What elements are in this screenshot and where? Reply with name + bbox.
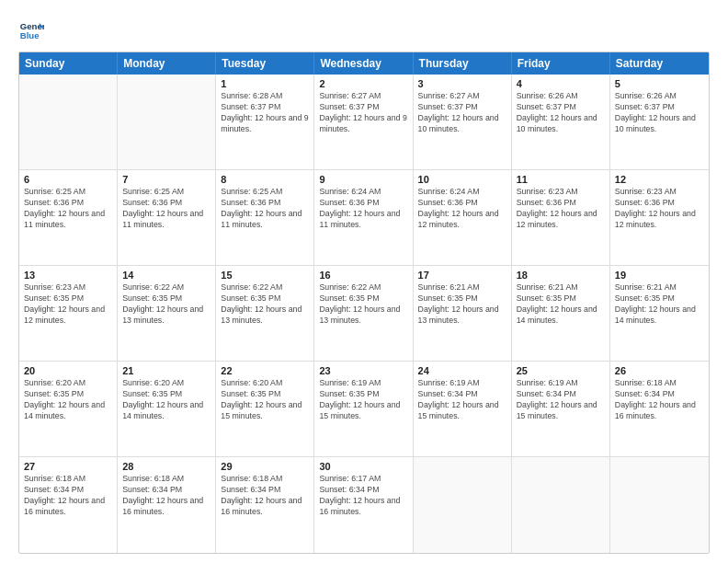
calendar-cell-r4c4 bbox=[414, 457, 512, 553]
day-info: Sunrise: 6:28 AM Sunset: 6:37 PM Dayligh… bbox=[221, 91, 309, 135]
day-number: 23 bbox=[319, 365, 407, 376]
calendar-row-1: 6Sunrise: 6:25 AM Sunset: 6:36 PM Daylig… bbox=[19, 170, 709, 266]
day-info: Sunrise: 6:21 AM Sunset: 6:35 PM Dayligh… bbox=[517, 282, 605, 327]
day-info: Sunrise: 6:23 AM Sunset: 6:36 PM Dayligh… bbox=[615, 187, 704, 231]
day-info: Sunrise: 6:21 AM Sunset: 6:35 PM Dayligh… bbox=[615, 282, 704, 327]
calendar-row-0: 1Sunrise: 6:28 AM Sunset: 6:37 PM Daylig… bbox=[19, 75, 709, 170]
weekday-header-thursday: Thursday bbox=[414, 52, 512, 75]
calendar-cell-r3c0: 20Sunrise: 6:20 AM Sunset: 6:35 PM Dayli… bbox=[19, 362, 118, 456]
day-info: Sunrise: 6:18 AM Sunset: 6:34 PM Dayligh… bbox=[24, 474, 112, 518]
calendar-cell-r4c1: 28Sunrise: 6:18 AM Sunset: 6:34 PM Dayli… bbox=[118, 457, 216, 553]
day-info: Sunrise: 6:25 AM Sunset: 6:36 PM Dayligh… bbox=[24, 187, 112, 231]
calendar-cell-r1c0: 6Sunrise: 6:25 AM Sunset: 6:36 PM Daylig… bbox=[19, 170, 118, 265]
day-number: 2 bbox=[319, 78, 407, 89]
calendar-cell-r3c3: 23Sunrise: 6:19 AM Sunset: 6:35 PM Dayli… bbox=[314, 362, 413, 456]
day-info: Sunrise: 6:20 AM Sunset: 6:35 PM Dayligh… bbox=[221, 378, 309, 422]
day-info: Sunrise: 6:19 AM Sunset: 6:34 PM Dayligh… bbox=[418, 378, 506, 422]
day-info: Sunrise: 6:18 AM Sunset: 6:34 PM Dayligh… bbox=[615, 378, 704, 422]
weekday-header-tuesday: Tuesday bbox=[216, 52, 314, 75]
calendar-cell-r4c5 bbox=[512, 457, 610, 553]
calendar-cell-r4c2: 29Sunrise: 6:18 AM Sunset: 6:34 PM Dayli… bbox=[216, 457, 314, 553]
day-info: Sunrise: 6:27 AM Sunset: 6:37 PM Dayligh… bbox=[319, 91, 407, 135]
calendar-header: SundayMondayTuesdayWednesdayThursdayFrid… bbox=[19, 52, 709, 75]
calendar-cell-r0c1 bbox=[118, 75, 216, 169]
day-number: 28 bbox=[122, 461, 210, 472]
day-info: Sunrise: 6:18 AM Sunset: 6:34 PM Dayligh… bbox=[221, 474, 309, 518]
day-number: 5 bbox=[615, 78, 704, 89]
day-info: Sunrise: 6:22 AM Sunset: 6:35 PM Dayligh… bbox=[319, 282, 407, 327]
calendar-row-3: 20Sunrise: 6:20 AM Sunset: 6:35 PM Dayli… bbox=[19, 362, 709, 457]
day-number: 1 bbox=[221, 78, 309, 89]
calendar-row-4: 27Sunrise: 6:18 AM Sunset: 6:34 PM Dayli… bbox=[19, 457, 709, 553]
day-number: 17 bbox=[418, 270, 506, 281]
day-number: 14 bbox=[122, 270, 210, 281]
day-number: 27 bbox=[24, 461, 112, 472]
day-number: 22 bbox=[221, 365, 309, 376]
day-info: Sunrise: 6:20 AM Sunset: 6:35 PM Dayligh… bbox=[24, 378, 112, 422]
logo: General Blue bbox=[18, 17, 48, 42]
day-number: 13 bbox=[24, 270, 112, 281]
weekday-header-monday: Monday bbox=[118, 52, 216, 75]
day-info: Sunrise: 6:22 AM Sunset: 6:35 PM Dayligh… bbox=[122, 282, 210, 327]
day-info: Sunrise: 6:17 AM Sunset: 6:34 PM Dayligh… bbox=[319, 474, 407, 518]
day-number: 11 bbox=[517, 174, 605, 185]
weekday-header-saturday: Saturday bbox=[610, 52, 709, 75]
calendar-cell-r1c6: 12Sunrise: 6:23 AM Sunset: 6:36 PM Dayli… bbox=[610, 170, 709, 265]
day-number: 12 bbox=[615, 174, 704, 185]
day-info: Sunrise: 6:25 AM Sunset: 6:36 PM Dayligh… bbox=[122, 187, 210, 231]
calendar-cell-r4c0: 27Sunrise: 6:18 AM Sunset: 6:34 PM Dayli… bbox=[19, 457, 118, 553]
day-info: Sunrise: 6:23 AM Sunset: 6:36 PM Dayligh… bbox=[517, 187, 605, 231]
calendar-cell-r3c2: 22Sunrise: 6:20 AM Sunset: 6:35 PM Dayli… bbox=[216, 362, 314, 456]
svg-text:Blue: Blue bbox=[20, 30, 40, 40]
day-number: 20 bbox=[24, 365, 112, 376]
calendar-cell-r2c3: 16Sunrise: 6:22 AM Sunset: 6:35 PM Dayli… bbox=[314, 266, 413, 361]
day-number: 29 bbox=[221, 461, 309, 472]
calendar-cell-r0c0 bbox=[19, 75, 118, 169]
weekday-header-friday: Friday bbox=[512, 52, 610, 75]
calendar-cell-r2c4: 17Sunrise: 6:21 AM Sunset: 6:35 PM Dayli… bbox=[414, 266, 512, 361]
calendar-cell-r2c6: 19Sunrise: 6:21 AM Sunset: 6:35 PM Dayli… bbox=[610, 266, 709, 361]
calendar-cell-r2c1: 14Sunrise: 6:22 AM Sunset: 6:35 PM Dayli… bbox=[118, 266, 216, 361]
calendar-cell-r2c5: 18Sunrise: 6:21 AM Sunset: 6:35 PM Dayli… bbox=[512, 266, 610, 361]
day-info: Sunrise: 6:26 AM Sunset: 6:37 PM Dayligh… bbox=[615, 91, 704, 135]
day-number: 26 bbox=[615, 365, 704, 376]
day-info: Sunrise: 6:19 AM Sunset: 6:34 PM Dayligh… bbox=[517, 378, 605, 422]
day-info: Sunrise: 6:20 AM Sunset: 6:35 PM Dayligh… bbox=[122, 378, 210, 422]
day-info: Sunrise: 6:22 AM Sunset: 6:35 PM Dayligh… bbox=[221, 282, 309, 327]
day-info: Sunrise: 6:27 AM Sunset: 6:37 PM Dayligh… bbox=[418, 91, 506, 135]
day-info: Sunrise: 6:19 AM Sunset: 6:35 PM Dayligh… bbox=[319, 378, 407, 422]
header: General Blue bbox=[18, 17, 710, 42]
day-info: Sunrise: 6:21 AM Sunset: 6:35 PM Dayligh… bbox=[418, 282, 506, 327]
day-number: 4 bbox=[517, 78, 605, 89]
calendar-cell-r1c1: 7Sunrise: 6:25 AM Sunset: 6:36 PM Daylig… bbox=[118, 170, 216, 265]
day-number: 18 bbox=[517, 270, 605, 281]
calendar-cell-r1c2: 8Sunrise: 6:25 AM Sunset: 6:36 PM Daylig… bbox=[216, 170, 314, 265]
day-number: 24 bbox=[418, 365, 506, 376]
calendar-cell-r3c5: 25Sunrise: 6:19 AM Sunset: 6:34 PM Dayli… bbox=[512, 362, 610, 456]
calendar-cell-r4c6 bbox=[610, 457, 709, 553]
calendar-cell-r0c3: 2Sunrise: 6:27 AM Sunset: 6:37 PM Daylig… bbox=[314, 75, 413, 169]
day-number: 8 bbox=[221, 174, 309, 185]
day-number: 10 bbox=[418, 174, 506, 185]
day-info: Sunrise: 6:26 AM Sunset: 6:37 PM Dayligh… bbox=[517, 91, 605, 135]
day-info: Sunrise: 6:23 AM Sunset: 6:35 PM Dayligh… bbox=[24, 282, 112, 327]
calendar: SundayMondayTuesdayWednesdayThursdayFrid… bbox=[18, 52, 710, 554]
day-info: Sunrise: 6:24 AM Sunset: 6:36 PM Dayligh… bbox=[319, 187, 407, 231]
day-number: 6 bbox=[24, 174, 112, 185]
day-info: Sunrise: 6:24 AM Sunset: 6:36 PM Dayligh… bbox=[418, 187, 506, 231]
logo-icon: General Blue bbox=[18, 17, 44, 42]
calendar-cell-r4c3: 30Sunrise: 6:17 AM Sunset: 6:34 PM Dayli… bbox=[314, 457, 413, 553]
calendar-cell-r2c2: 15Sunrise: 6:22 AM Sunset: 6:35 PM Dayli… bbox=[216, 266, 314, 361]
day-info: Sunrise: 6:18 AM Sunset: 6:34 PM Dayligh… bbox=[122, 474, 210, 518]
calendar-row-2: 13Sunrise: 6:23 AM Sunset: 6:35 PM Dayli… bbox=[19, 266, 709, 362]
calendar-cell-r0c2: 1Sunrise: 6:28 AM Sunset: 6:37 PM Daylig… bbox=[216, 75, 314, 169]
calendar-cell-r0c4: 3Sunrise: 6:27 AM Sunset: 6:37 PM Daylig… bbox=[414, 75, 512, 169]
day-number: 21 bbox=[122, 365, 210, 376]
weekday-header-sunday: Sunday bbox=[19, 52, 118, 75]
day-number: 7 bbox=[122, 174, 210, 185]
calendar-body: 1Sunrise: 6:28 AM Sunset: 6:37 PM Daylig… bbox=[19, 75, 709, 553]
calendar-cell-r3c6: 26Sunrise: 6:18 AM Sunset: 6:34 PM Dayli… bbox=[610, 362, 709, 456]
calendar-cell-r0c5: 4Sunrise: 6:26 AM Sunset: 6:37 PM Daylig… bbox=[512, 75, 610, 169]
day-info: Sunrise: 6:25 AM Sunset: 6:36 PM Dayligh… bbox=[221, 187, 309, 231]
day-number: 16 bbox=[319, 270, 407, 281]
